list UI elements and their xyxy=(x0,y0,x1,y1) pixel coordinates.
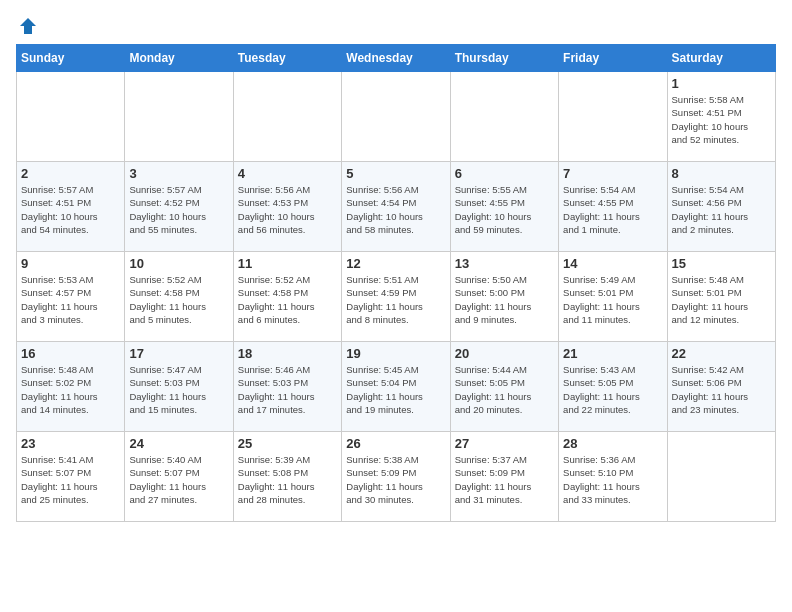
calendar-cell xyxy=(450,72,558,162)
weekday-header-row: SundayMondayTuesdayWednesdayThursdayFrid… xyxy=(17,45,776,72)
week-row-1: 1Sunrise: 5:58 AMSunset: 4:51 PMDaylight… xyxy=(17,72,776,162)
day-number: 27 xyxy=(455,436,554,451)
day-info: Sunrise: 5:55 AMSunset: 4:55 PMDaylight:… xyxy=(455,183,554,236)
week-row-3: 9Sunrise: 5:53 AMSunset: 4:57 PMDaylight… xyxy=(17,252,776,342)
day-info: Sunrise: 5:52 AMSunset: 4:58 PMDaylight:… xyxy=(129,273,228,326)
day-number: 10 xyxy=(129,256,228,271)
calendar-cell: 13Sunrise: 5:50 AMSunset: 5:00 PMDayligh… xyxy=(450,252,558,342)
weekday-header-monday: Monday xyxy=(125,45,233,72)
day-number: 20 xyxy=(455,346,554,361)
day-info: Sunrise: 5:46 AMSunset: 5:03 PMDaylight:… xyxy=(238,363,337,416)
day-number: 8 xyxy=(672,166,771,181)
calendar-cell: 28Sunrise: 5:36 AMSunset: 5:10 PMDayligh… xyxy=(559,432,667,522)
day-number: 3 xyxy=(129,166,228,181)
day-info: Sunrise: 5:37 AMSunset: 5:09 PMDaylight:… xyxy=(455,453,554,506)
day-number: 28 xyxy=(563,436,662,451)
day-number: 26 xyxy=(346,436,445,451)
day-number: 7 xyxy=(563,166,662,181)
day-info: Sunrise: 5:44 AMSunset: 5:05 PMDaylight:… xyxy=(455,363,554,416)
day-number: 9 xyxy=(21,256,120,271)
calendar-cell: 2Sunrise: 5:57 AMSunset: 4:51 PMDaylight… xyxy=(17,162,125,252)
calendar-cell: 6Sunrise: 5:55 AMSunset: 4:55 PMDaylight… xyxy=(450,162,558,252)
day-number: 25 xyxy=(238,436,337,451)
day-number: 14 xyxy=(563,256,662,271)
day-number: 19 xyxy=(346,346,445,361)
calendar-cell: 11Sunrise: 5:52 AMSunset: 4:58 PMDayligh… xyxy=(233,252,341,342)
day-info: Sunrise: 5:56 AMSunset: 4:54 PMDaylight:… xyxy=(346,183,445,236)
day-number: 18 xyxy=(238,346,337,361)
day-info: Sunrise: 5:52 AMSunset: 4:58 PMDaylight:… xyxy=(238,273,337,326)
calendar-cell: 26Sunrise: 5:38 AMSunset: 5:09 PMDayligh… xyxy=(342,432,450,522)
calendar-cell: 17Sunrise: 5:47 AMSunset: 5:03 PMDayligh… xyxy=(125,342,233,432)
calendar-cell: 5Sunrise: 5:56 AMSunset: 4:54 PMDaylight… xyxy=(342,162,450,252)
day-info: Sunrise: 5:36 AMSunset: 5:10 PMDaylight:… xyxy=(563,453,662,506)
calendar-cell xyxy=(559,72,667,162)
day-info: Sunrise: 5:51 AMSunset: 4:59 PMDaylight:… xyxy=(346,273,445,326)
weekday-header-tuesday: Tuesday xyxy=(233,45,341,72)
day-info: Sunrise: 5:57 AMSunset: 4:51 PMDaylight:… xyxy=(21,183,120,236)
day-number: 5 xyxy=(346,166,445,181)
calendar-cell: 1Sunrise: 5:58 AMSunset: 4:51 PMDaylight… xyxy=(667,72,775,162)
calendar-cell xyxy=(233,72,341,162)
calendar-cell: 10Sunrise: 5:52 AMSunset: 4:58 PMDayligh… xyxy=(125,252,233,342)
page-header xyxy=(16,16,776,36)
calendar-cell: 23Sunrise: 5:41 AMSunset: 5:07 PMDayligh… xyxy=(17,432,125,522)
calendar-cell: 14Sunrise: 5:49 AMSunset: 5:01 PMDayligh… xyxy=(559,252,667,342)
day-info: Sunrise: 5:56 AMSunset: 4:53 PMDaylight:… xyxy=(238,183,337,236)
week-row-2: 2Sunrise: 5:57 AMSunset: 4:51 PMDaylight… xyxy=(17,162,776,252)
day-info: Sunrise: 5:38 AMSunset: 5:09 PMDaylight:… xyxy=(346,453,445,506)
weekday-header-thursday: Thursday xyxy=(450,45,558,72)
logo-icon xyxy=(18,16,38,36)
day-number: 2 xyxy=(21,166,120,181)
day-number: 12 xyxy=(346,256,445,271)
day-number: 17 xyxy=(129,346,228,361)
day-info: Sunrise: 5:40 AMSunset: 5:07 PMDaylight:… xyxy=(129,453,228,506)
day-info: Sunrise: 5:48 AMSunset: 5:02 PMDaylight:… xyxy=(21,363,120,416)
weekday-header-wednesday: Wednesday xyxy=(342,45,450,72)
logo xyxy=(16,16,38,36)
calendar-cell: 12Sunrise: 5:51 AMSunset: 4:59 PMDayligh… xyxy=(342,252,450,342)
calendar-cell: 21Sunrise: 5:43 AMSunset: 5:05 PMDayligh… xyxy=(559,342,667,432)
day-info: Sunrise: 5:42 AMSunset: 5:06 PMDaylight:… xyxy=(672,363,771,416)
day-number: 1 xyxy=(672,76,771,91)
day-number: 6 xyxy=(455,166,554,181)
calendar-table: SundayMondayTuesdayWednesdayThursdayFrid… xyxy=(16,44,776,522)
calendar-cell: 9Sunrise: 5:53 AMSunset: 4:57 PMDaylight… xyxy=(17,252,125,342)
day-info: Sunrise: 5:39 AMSunset: 5:08 PMDaylight:… xyxy=(238,453,337,506)
calendar-cell xyxy=(125,72,233,162)
day-number: 15 xyxy=(672,256,771,271)
day-info: Sunrise: 5:54 AMSunset: 4:56 PMDaylight:… xyxy=(672,183,771,236)
calendar-cell: 15Sunrise: 5:48 AMSunset: 5:01 PMDayligh… xyxy=(667,252,775,342)
day-number: 22 xyxy=(672,346,771,361)
svg-marker-0 xyxy=(20,18,36,34)
day-number: 23 xyxy=(21,436,120,451)
day-number: 21 xyxy=(563,346,662,361)
calendar-cell: 16Sunrise: 5:48 AMSunset: 5:02 PMDayligh… xyxy=(17,342,125,432)
calendar-cell xyxy=(17,72,125,162)
day-info: Sunrise: 5:50 AMSunset: 5:00 PMDaylight:… xyxy=(455,273,554,326)
day-number: 4 xyxy=(238,166,337,181)
calendar-cell: 7Sunrise: 5:54 AMSunset: 4:55 PMDaylight… xyxy=(559,162,667,252)
day-info: Sunrise: 5:41 AMSunset: 5:07 PMDaylight:… xyxy=(21,453,120,506)
calendar-cell: 27Sunrise: 5:37 AMSunset: 5:09 PMDayligh… xyxy=(450,432,558,522)
day-number: 13 xyxy=(455,256,554,271)
calendar-cell: 8Sunrise: 5:54 AMSunset: 4:56 PMDaylight… xyxy=(667,162,775,252)
day-info: Sunrise: 5:57 AMSunset: 4:52 PMDaylight:… xyxy=(129,183,228,236)
calendar-cell: 24Sunrise: 5:40 AMSunset: 5:07 PMDayligh… xyxy=(125,432,233,522)
day-number: 16 xyxy=(21,346,120,361)
day-info: Sunrise: 5:47 AMSunset: 5:03 PMDaylight:… xyxy=(129,363,228,416)
day-info: Sunrise: 5:54 AMSunset: 4:55 PMDaylight:… xyxy=(563,183,662,236)
week-row-5: 23Sunrise: 5:41 AMSunset: 5:07 PMDayligh… xyxy=(17,432,776,522)
calendar-cell: 3Sunrise: 5:57 AMSunset: 4:52 PMDaylight… xyxy=(125,162,233,252)
calendar-cell: 4Sunrise: 5:56 AMSunset: 4:53 PMDaylight… xyxy=(233,162,341,252)
calendar-cell xyxy=(342,72,450,162)
day-number: 24 xyxy=(129,436,228,451)
weekday-header-saturday: Saturday xyxy=(667,45,775,72)
day-number: 11 xyxy=(238,256,337,271)
day-info: Sunrise: 5:48 AMSunset: 5:01 PMDaylight:… xyxy=(672,273,771,326)
day-info: Sunrise: 5:49 AMSunset: 5:01 PMDaylight:… xyxy=(563,273,662,326)
calendar-cell: 25Sunrise: 5:39 AMSunset: 5:08 PMDayligh… xyxy=(233,432,341,522)
calendar-cell: 22Sunrise: 5:42 AMSunset: 5:06 PMDayligh… xyxy=(667,342,775,432)
calendar-cell: 20Sunrise: 5:44 AMSunset: 5:05 PMDayligh… xyxy=(450,342,558,432)
calendar-cell xyxy=(667,432,775,522)
